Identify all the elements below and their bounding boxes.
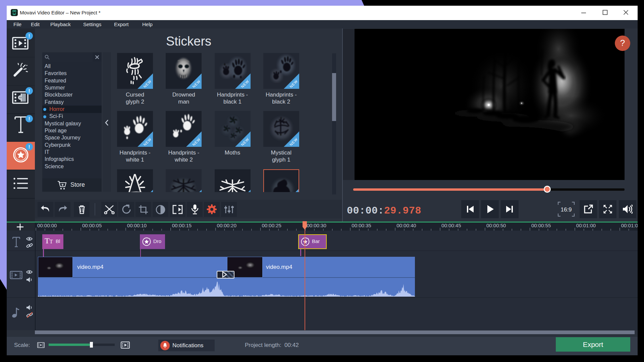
- svg-text:00:01:00: 00:01:00: [576, 223, 596, 228]
- svg-text:00:00:55: 00:00:55: [531, 223, 551, 228]
- svg-text:00:00:35: 00:00:35: [352, 223, 371, 228]
- svg-text:00:00:05: 00:00:05: [82, 223, 102, 228]
- svg-text:00:00:45: 00:00:45: [441, 223, 461, 228]
- svg-text:00:01:05: 00:01:05: [621, 223, 638, 228]
- svg-text:00:00:10: 00:00:10: [127, 223, 147, 228]
- svg-text:00:00:25: 00:00:25: [262, 223, 281, 228]
- svg-text:00:00:50: 00:00:50: [486, 223, 506, 228]
- svg-text:00:00:15: 00:00:15: [172, 223, 192, 228]
- svg-text:16:9: 16:9: [560, 206, 572, 213]
- svg-text:00:00:30: 00:00:30: [307, 223, 326, 228]
- svg-text:00:00:20: 00:00:20: [217, 223, 236, 228]
- svg-text:00:00:40: 00:00:40: [396, 223, 416, 228]
- svg-text:00:00:00: 00:00:00: [37, 223, 57, 228]
